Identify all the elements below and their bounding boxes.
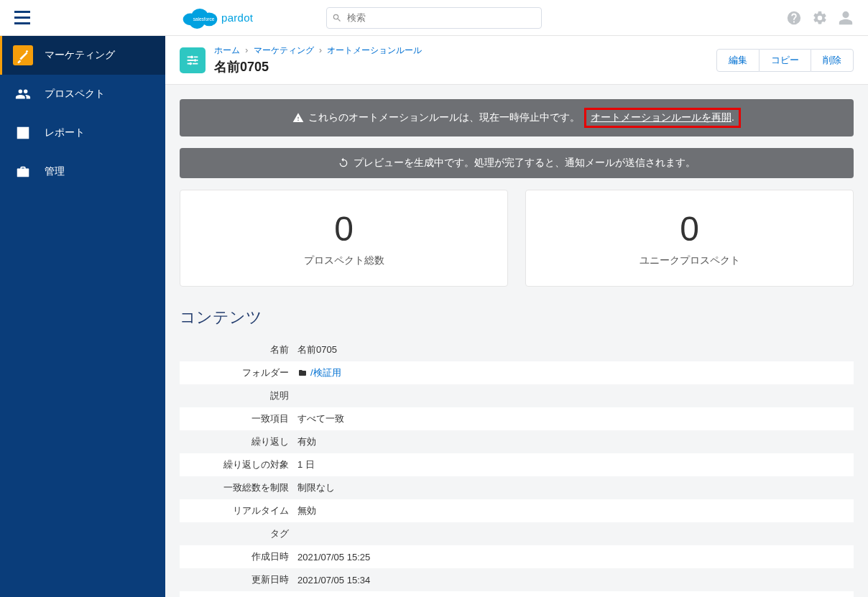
- stat-label: ユニークプロスペクト: [533, 254, 846, 267]
- resume-automation-link[interactable]: オートメーションルールを再開: [591, 111, 731, 123]
- stat-value: 0: [188, 209, 500, 249]
- detail-row: 繰り返しの対象1 日: [180, 453, 854, 476]
- edit-button[interactable]: 編集: [716, 49, 760, 72]
- detail-row: 作成者穴澤 ひかる: [180, 591, 854, 597]
- search-icon: [332, 13, 342, 23]
- gear-icon[interactable]: [812, 10, 828, 26]
- sidebar-item-label: 管理: [45, 165, 65, 178]
- detail-row: 作成日時2021/07/05 15:25: [180, 545, 854, 568]
- paused-banner: これらのオートメーションルールは、現在一時停止中です。 オートメーションルールを…: [180, 99, 854, 136]
- topbar: salesforce pardot: [0, 0, 868, 36]
- detail-value: 2021/07/05 15:25: [297, 552, 854, 563]
- detail-row: 一致総数を制限制限なし: [180, 476, 854, 499]
- content: これらのオートメーションルールは、現在一時停止中です。 オートメーションルールを…: [165, 85, 868, 597]
- resume-highlight: オートメーションルールを再開.: [584, 108, 741, 128]
- detail-row: 説明: [180, 384, 854, 407]
- header-text: ホーム › マーケティング › オートメーションルール 名前0705: [214, 45, 716, 75]
- svg-point-6: [194, 59, 197, 62]
- detail-value: 有効: [297, 435, 854, 448]
- preview-banner: プレビューを生成中です。処理が完了すると、通知メールが送信されます。: [180, 148, 854, 178]
- detail-label: 作成日時: [180, 550, 297, 563]
- breadcrumb-home[interactable]: ホーム: [214, 45, 240, 55]
- detail-label: 説明: [180, 389, 297, 402]
- detail-row: フォルダー/検証用: [180, 361, 854, 384]
- logo-text: pardot: [221, 11, 253, 24]
- delete-button[interactable]: 削除: [811, 49, 854, 72]
- detail-value: /検証用: [297, 366, 854, 379]
- stats-row: 0 プロスペクト総数 0 ユニークプロスペクト: [180, 190, 854, 287]
- detail-row: リアルタイム無効: [180, 499, 854, 522]
- detail-label: フォルダー: [180, 366, 297, 379]
- detail-label: 繰り返しの対象: [180, 458, 297, 471]
- detail-value: 2021/07/05 15:34: [297, 575, 854, 586]
- sidebar-item-report[interactable]: レポート: [0, 114, 165, 152]
- folder-icon: [297, 369, 308, 377]
- chart-icon: [13, 123, 33, 143]
- stat-value: 0: [533, 209, 846, 249]
- sidebar-item-label: プロスペクト: [45, 88, 105, 101]
- warning-icon: [292, 112, 304, 124]
- salesforce-cloud-icon: salesforce: [180, 4, 220, 32]
- topbar-right: [786, 10, 868, 26]
- sidebar-item-prospect[interactable]: プロスペクト: [0, 75, 165, 114]
- detail-table: 名前名前0705フォルダー/検証用説明一致項目すべて一致繰り返し有効繰り返しの対…: [180, 338, 854, 597]
- detail-row: 繰り返し有効: [180, 430, 854, 453]
- sidebar-item-marketing[interactable]: マーケティング: [0, 36, 165, 75]
- page-header: ホーム › マーケティング › オートメーションルール 名前0705 編集 コピ…: [165, 36, 868, 85]
- help-icon[interactable]: [786, 10, 802, 26]
- stat-card-total: 0 プロスペクト総数: [180, 190, 508, 287]
- hamburger-icon[interactable]: [14, 11, 30, 24]
- settings-sliders-icon: [180, 47, 206, 73]
- svg-point-7: [189, 62, 192, 65]
- hamburger-area: [0, 0, 165, 36]
- breadcrumb-marketing[interactable]: マーケティング: [254, 45, 314, 55]
- banner-text: これらのオートメーションルールは、現在一時停止中です。: [308, 111, 580, 124]
- detail-label: 一致総数を制限: [180, 481, 297, 494]
- detail-row: 一致項目すべて一致: [180, 407, 854, 430]
- sidebar-item-label: レポート: [45, 126, 85, 139]
- header-actions: 編集 コピー 削除: [716, 49, 854, 72]
- detail-label: タグ: [180, 527, 297, 540]
- main: ホーム › マーケティング › オートメーションルール 名前0705 編集 コピ…: [165, 36, 868, 597]
- detail-label: リアルタイム: [180, 504, 297, 517]
- detail-row: 名前名前0705: [180, 338, 854, 361]
- breadcrumb-automation[interactable]: オートメーションルール: [327, 45, 422, 55]
- folder-link[interactable]: /検証用: [310, 366, 341, 379]
- breadcrumb: ホーム › マーケティング › オートメーションルール: [214, 45, 716, 57]
- detail-row: タグ: [180, 522, 854, 545]
- stat-label: プロスペクト総数: [188, 254, 500, 267]
- logo[interactable]: salesforce pardot: [180, 4, 253, 32]
- detail-label: 一致項目: [180, 412, 297, 425]
- spinner-icon: [338, 157, 349, 169]
- detail-label: 更新日時: [180, 573, 297, 586]
- copy-button[interactable]: コピー: [760, 49, 811, 72]
- svg-text:salesforce: salesforce: [193, 16, 215, 21]
- search-wrap: [326, 7, 542, 29]
- detail-row: 更新日時2021/07/05 15:34: [180, 568, 854, 591]
- search-input[interactable]: [326, 7, 542, 29]
- detail-label: 名前: [180, 343, 297, 356]
- svg-point-5: [190, 55, 193, 58]
- sidebar-item-admin[interactable]: 管理: [0, 152, 165, 191]
- detail-value: 1 日: [297, 458, 854, 471]
- briefcase-icon: [13, 162, 33, 182]
- page-title: 名前0705: [214, 58, 716, 75]
- wand-icon: [13, 45, 33, 65]
- detail-value: すべて一致: [297, 412, 854, 425]
- content-heading: コンテンツ: [180, 307, 854, 328]
- detail-value: 名前0705: [297, 343, 854, 356]
- stat-card-unique: 0 ユニークプロスペクト: [525, 190, 854, 287]
- sidebar-item-label: マーケティング: [45, 49, 115, 62]
- detail-label: 繰り返し: [180, 435, 297, 448]
- sidebar: マーケティング プロスペクト レポート 管理: [0, 36, 165, 597]
- banner-text: プレビューを生成中です。処理が完了すると、通知メールが送信されます。: [354, 157, 696, 170]
- detail-value: 無効: [297, 504, 854, 517]
- people-icon: [13, 84, 33, 104]
- detail-value: 制限なし: [297, 481, 854, 494]
- user-icon[interactable]: [838, 10, 854, 26]
